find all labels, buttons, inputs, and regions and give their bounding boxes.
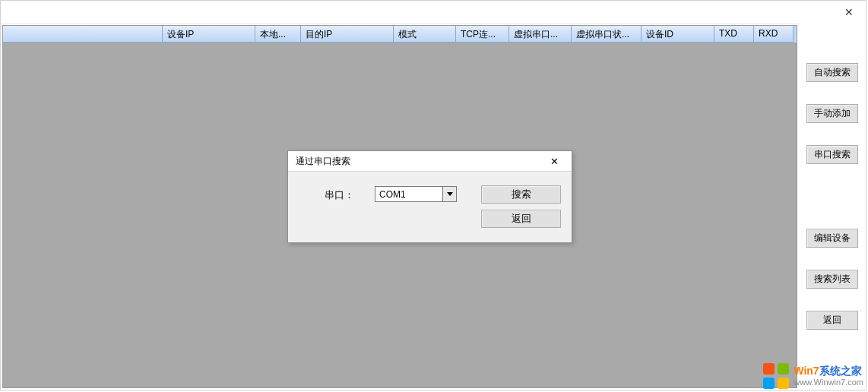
column-header[interactable]: 模式 [394,26,456,43]
main-titlebar: ✕ [1,1,866,24]
column-header[interactable]: 虚拟串口状... [572,26,641,43]
main-close-button[interactable]: ✕ [832,1,866,24]
button-label: 搜索 [512,188,531,201]
serial-search-dialog: 通过串口搜索 ✕ 串口： COM1 搜索 返回 [287,150,572,243]
dialog-back-button[interactable]: 返回 [481,210,561,228]
svg-marker-0 [447,192,453,196]
side-button-panel: 自动搜索手动添加串口搜索编辑设备搜索列表返回 [799,24,866,390]
column-header[interactable] [3,26,163,43]
dialog-close-button[interactable]: ✕ [543,156,565,167]
button-label: 返回 [512,212,531,226]
port-label: 串口： [325,188,354,202]
back-button[interactable]: 返回 [806,311,858,330]
column-header[interactable]: 设备ID [641,26,714,43]
chevron-down-icon [442,187,456,201]
column-header[interactable]: 设备IP [163,26,255,43]
auto-search-button[interactable]: 自动搜索 [806,63,858,82]
table-header-row: 设备IP本地...目的IP模式TCP连...虚拟串口...虚拟串口状...设备I… [3,26,797,43]
manual-add-button[interactable]: 手动添加 [806,104,858,123]
column-header[interactable]: TXD [714,26,754,43]
close-icon: ✕ [844,6,854,18]
search-list-button[interactable]: 搜索列表 [806,270,858,289]
column-header[interactable]: 本地... [255,26,301,43]
port-combobox-value: COM1 [379,189,406,200]
close-icon: ✕ [550,156,559,167]
column-header[interactable]: TCP连... [456,26,509,43]
dialog-body: 串口： COM1 搜索 返回 [288,172,572,243]
edit-device-button[interactable]: 编辑设备 [806,229,858,248]
column-header[interactable]: 目的IP [301,26,394,43]
serial-search-button[interactable]: 串口搜索 [806,145,858,164]
dialog-titlebar: 通过串口搜索 ✕ [288,151,572,172]
dialog-title: 通过串口搜索 [296,155,350,168]
port-combobox[interactable]: COM1 [375,186,457,202]
column-header[interactable]: RXD [754,26,794,43]
dialog-search-button[interactable]: 搜索 [481,185,561,204]
column-header[interactable]: 虚拟串口... [509,26,572,43]
